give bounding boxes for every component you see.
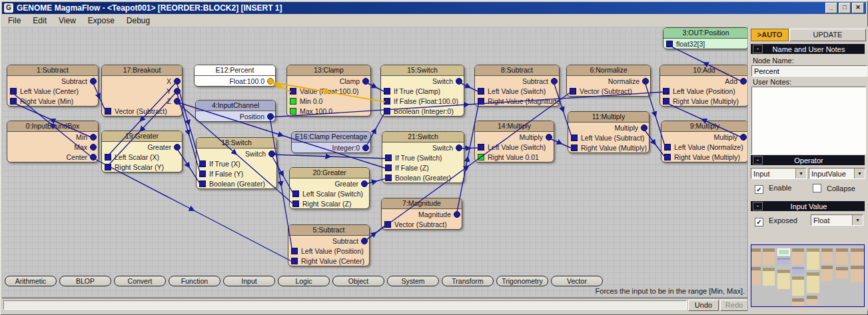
input-socket[interactable]: [105, 164, 111, 170]
node-n20[interactable]: 20:GreaterGreaterLeft Scalar (Switch)Rig…: [289, 167, 370, 209]
minimap[interactable]: [751, 244, 865, 307]
output-socket[interactable]: [641, 125, 648, 131]
input-socket[interactable]: [291, 248, 298, 254]
input-socket[interactable]: [292, 200, 299, 207]
tab-input[interactable]: Input: [223, 276, 275, 286]
chevron-down-icon[interactable]: ▼: [795, 168, 806, 178]
node-n6[interactable]: 6:NormalizeNormalizeVector (Subtract): [566, 65, 651, 97]
input-socket[interactable]: [290, 98, 296, 105]
node-n4[interactable]: 4:InputChannelPosition: [195, 100, 276, 122]
close-button[interactable]: ✕: [852, 3, 864, 13]
input-socket[interactable]: [384, 88, 390, 95]
output-socket[interactable]: [174, 144, 181, 151]
tab-vector[interactable]: Vector: [551, 276, 603, 286]
minimize-button[interactable]: _: [825, 3, 837, 13]
input-socket[interactable]: [290, 88, 296, 95]
input-socket[interactable]: [478, 154, 484, 160]
collapse-section-icon[interactable]: -: [753, 202, 763, 210]
input-socket[interactable]: [664, 154, 671, 160]
output-socket[interactable]: [740, 134, 747, 141]
node-n10[interactable]: 10:AddAddLeft Value (Position)Right Valu…: [659, 65, 747, 107]
user-notes-input[interactable]: [751, 87, 866, 155]
node-n0[interactable]: 0:InputBoundBoxMinMaxCenter: [7, 121, 99, 162]
tab-system[interactable]: System: [387, 276, 439, 286]
node-n14[interactable]: 14:MultiplyMultiplyLeft Value (Switch)Ri…: [474, 121, 554, 162]
input-socket[interactable]: [292, 190, 299, 197]
input-socket[interactable]: [478, 88, 484, 95]
input-socket[interactable]: [105, 108, 111, 115]
input-socket[interactable]: [10, 98, 17, 105]
input-socket[interactable]: [666, 41, 673, 47]
input-socket[interactable]: [290, 108, 296, 115]
output-socket[interactable]: [174, 98, 181, 105]
output-socket[interactable]: [456, 145, 462, 151]
input-socket[interactable]: [478, 98, 484, 105]
operator-subtype-dropdown[interactable]: InputValue ▼: [809, 168, 865, 179]
node-name-input[interactable]: [751, 65, 867, 77]
exposed-checkbox[interactable]: ✓: [755, 218, 763, 226]
output-socket[interactable]: [362, 145, 369, 151]
tab-logic[interactable]: Logic: [278, 276, 330, 286]
chevron-down-icon[interactable]: ▼: [852, 215, 863, 225]
input-socket[interactable]: [384, 221, 391, 228]
output-socket[interactable]: [90, 134, 97, 141]
tab-transform[interactable]: Transform: [442, 276, 494, 286]
output-socket[interactable]: [740, 78, 747, 85]
tab-object[interactable]: Object: [332, 276, 384, 286]
node-n17[interactable]: 17:BreakoutXYZVector (Subtract): [101, 65, 183, 117]
node-n11[interactable]: 11:MultiplyMultiplyLeft Value (Subtract)…: [568, 111, 650, 153]
title-bar[interactable]: G GENOME MagmaFlow - <Teapot001> [REORDE…: [2, 2, 866, 14]
node-n7[interactable]: 7:MagnitudeMagnitudeVector (Subtract): [381, 198, 462, 230]
menu-expose[interactable]: Expose: [82, 15, 121, 27]
undo-button[interactable]: Undo: [688, 300, 719, 311]
input-socket[interactable]: [384, 98, 390, 105]
update-button[interactable]: UPDATE: [789, 29, 866, 41]
tab-convert[interactable]: Convert: [114, 276, 166, 286]
node-n21[interactable]: 21:SwitchSwitchIf True (Switch)If False …: [382, 131, 464, 183]
menu-edit[interactable]: Edit: [27, 15, 53, 27]
input-socket[interactable]: [570, 88, 576, 95]
menu-debug[interactable]: Debug: [121, 15, 156, 27]
node-n9[interactable]: 9:MultiplyMultiplyLeft Value (Normalize)…: [661, 121, 747, 162]
node-n13[interactable]: 13:ClampClampValue (Float:100.0)Min 0.0M…: [286, 65, 371, 117]
menu-view[interactable]: View: [53, 15, 82, 27]
node-n8[interactable]: 8:SubtractSubtractLeft Value (Switch)Rig…: [474, 65, 560, 107]
output-socket[interactable]: [546, 134, 552, 141]
input-socket[interactable]: [664, 144, 671, 151]
collapse-section-icon[interactable]: -: [753, 45, 763, 53]
node-e16[interactable]: E16:Clamp PercentageInteger:0: [291, 131, 371, 153]
tab-arithmetic[interactable]: Arithmetic: [5, 276, 57, 286]
enable-checkbox[interactable]: ✓: [755, 185, 763, 194]
input-socket[interactable]: [199, 160, 206, 167]
operator-type-dropdown[interactable]: Input ▼: [751, 168, 807, 179]
input-socket[interactable]: [199, 180, 206, 187]
auto-button[interactable]: >AUTO: [751, 29, 789, 41]
output-socket[interactable]: [362, 78, 369, 85]
value-type-dropdown[interactable]: Float ▼: [811, 214, 863, 226]
input-socket[interactable]: [478, 144, 484, 151]
node-n1[interactable]: 1:SubtractSubtractLeft Value (Center)Rig…: [7, 65, 99, 107]
input-socket[interactable]: [571, 135, 578, 141]
input-socket[interactable]: [663, 98, 669, 105]
output-socket[interactable]: [642, 78, 649, 85]
input-socket[interactable]: [10, 88, 17, 95]
output-socket[interactable]: [90, 78, 97, 85]
input-socket[interactable]: [384, 108, 390, 115]
input-socket[interactable]: [385, 174, 392, 181]
output-socket[interactable]: [454, 211, 460, 218]
input-socket[interactable]: [199, 170, 206, 177]
node-n15[interactable]: 15:SwitchSwitchIf True (Clamp)If False (…: [380, 65, 464, 117]
input-socket[interactable]: [385, 155, 392, 161]
node-n18[interactable]: 18:SwitchSwitchIf True (X)If False (Y)Bo…: [196, 137, 277, 189]
collapse-checkbox[interactable]: [813, 184, 821, 192]
tab-trigonometry[interactable]: Trigonometry: [496, 276, 548, 286]
output-socket[interactable]: [267, 78, 274, 85]
maximize-button[interactable]: □: [839, 3, 851, 13]
input-socket[interactable]: [385, 164, 392, 171]
chevron-down-icon[interactable]: ▼: [854, 168, 865, 178]
collapse-section-icon[interactable]: -: [753, 156, 763, 164]
output-socket[interactable]: [90, 154, 97, 160]
output-socket[interactable]: [90, 144, 97, 151]
node-n5[interactable]: 5:SubtractSubtractLeft Value (Position)R…: [288, 224, 370, 266]
output-socket[interactable]: [174, 78, 181, 85]
